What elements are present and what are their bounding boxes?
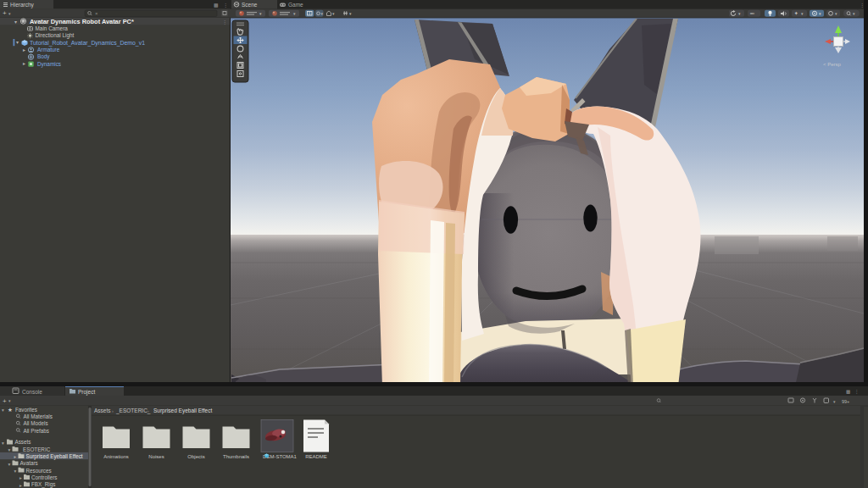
svg-text:FBX_Rigs: FBX_Rigs [31, 481, 55, 488]
svg-text:›: › [112, 408, 114, 413]
svg-text:Resources: Resources [26, 468, 52, 474]
svg-text:Assets: Assets [94, 408, 111, 413]
svg-text:Game: Game [288, 2, 303, 8]
svg-text:_ESOTERIC_: _ESOTERIC_ [115, 408, 151, 414]
svg-text:Body: Body [37, 53, 50, 60]
svg-text:▸: ▸ [23, 47, 25, 53]
svg-text:Main Camera: Main Camera [36, 25, 69, 31]
svg-text:Avatars: Avatars [20, 460, 38, 466]
svg-text:Tutorial_Robot_Avatar_Dynamics: Tutorial_Robot_Avatar_Dynamics_Demo_v1 [30, 40, 145, 47]
svg-text:▾: ▾ [16, 40, 19, 45]
svg-text:Console: Console [22, 389, 42, 395]
svg-text:✦: ✦ [794, 10, 799, 16]
svg-text:▸: ▸ [19, 483, 22, 488]
svg-text:Directional Light: Directional Light [36, 32, 75, 39]
svg-text:▸: ▸ [14, 454, 17, 459]
svg-text:▾: ▾ [8, 447, 11, 452]
svg-text:+: + [3, 397, 7, 405]
svg-text:⋮: ⋮ [854, 389, 860, 394]
svg-text:Avatar Dynamics Robot Avatar P: Avatar Dynamics Robot Avatar PC* [30, 18, 134, 25]
svg-text:Noises: Noises [148, 454, 164, 459]
svg-text:Surprised Eyeball Effect: Surprised Eyeball Effect [153, 408, 212, 414]
svg-text:Objects: Objects [187, 454, 204, 459]
svg-text:▩: ▩ [846, 389, 850, 394]
svg-text:Thumbnails: Thumbnails [223, 454, 249, 459]
svg-text:All Prefabs: All Prefabs [24, 428, 49, 434]
svg-text:▾: ▾ [14, 19, 17, 25]
svg-text:Scene: Scene [242, 2, 258, 8]
svg-text:_ESOTERIC_: _ESOTERIC_ [19, 446, 54, 453]
svg-text:▾: ▾ [2, 408, 4, 413]
svg-text:Project: Project [78, 389, 95, 396]
svg-text:▩: ▩ [214, 3, 219, 8]
svg-text:▸: ▸ [23, 61, 25, 66]
svg-text:Assets: Assets [15, 439, 31, 445]
svg-text:+: + [3, 9, 7, 17]
svg-text:All Materials: All Materials [24, 413, 53, 419]
svg-text:Armature: Armature [37, 47, 60, 53]
svg-text:⋮: ⋮ [223, 3, 228, 8]
svg-text:▾: ▾ [8, 462, 11, 467]
svg-text:Hierarchy: Hierarchy [10, 2, 35, 8]
svg-text:99+: 99+ [842, 399, 849, 404]
svg-text:▾: ▾ [2, 441, 4, 446]
svg-text:< Persp: < Persp [823, 62, 842, 67]
svg-text:▾: ▾ [14, 469, 17, 474]
svg-text:Surprised Eyeball Effect: Surprised Eyeball Effect [26, 453, 83, 460]
svg-text:Animations: Animations [103, 454, 129, 459]
svg-text:Dynamics: Dynamics [37, 61, 61, 68]
svg-text:All Models: All Models [24, 420, 48, 426]
svg-text:Controllers: Controllers [31, 474, 57, 480]
svg-text:▸: ▸ [19, 475, 22, 480]
svg-text:README: README [305, 454, 327, 459]
svg-text:›: › [147, 408, 149, 413]
svg-text:×: × [95, 11, 98, 16]
svg-text:★: ★ [8, 407, 13, 413]
svg-text:Favorites: Favorites [15, 407, 37, 413]
svg-text:≕: ≕ [750, 11, 755, 16]
svg-text:⋮: ⋮ [222, 19, 227, 25]
